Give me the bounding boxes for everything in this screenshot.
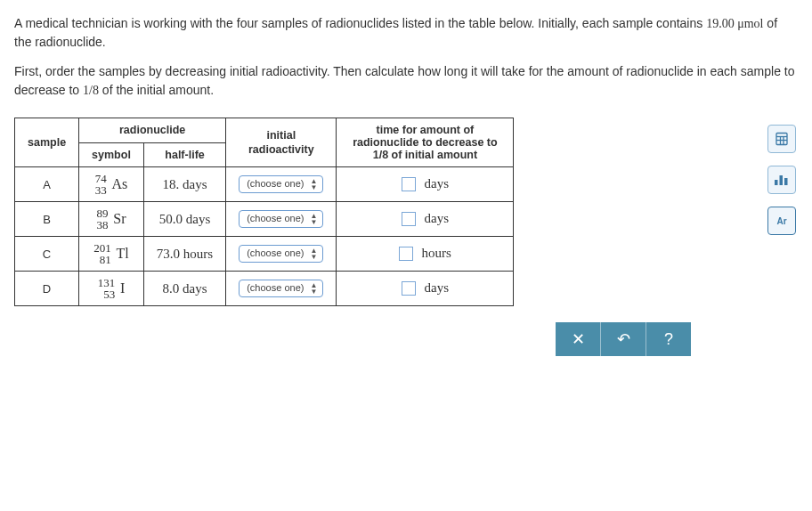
data-table: sample radionuclide initialradioactivity… xyxy=(14,118,514,306)
radioactivity-dropdown[interactable]: (choose one) xyxy=(239,210,323,228)
radioactivity-dropdown[interactable]: (choose one) xyxy=(239,175,323,193)
cell-symbol: 7433 As xyxy=(79,167,144,202)
cell-radioactivity: (choose one) xyxy=(226,167,337,202)
help-button[interactable]: ? xyxy=(646,322,691,356)
table-row: A 7433 As 18. days (choose one) days xyxy=(15,167,514,202)
radioactivity-dropdown[interactable]: (choose one) xyxy=(239,245,323,263)
q-frac: 1/8 xyxy=(83,84,99,97)
cell-sample: C xyxy=(15,237,79,272)
time-unit: hours xyxy=(422,247,451,261)
chevron-updown-icon xyxy=(310,213,317,225)
svg-rect-6 xyxy=(780,175,784,185)
stats-button[interactable] xyxy=(767,166,796,194)
cell-radioactivity: (choose one) xyxy=(226,202,337,237)
chooser-label: (choose one) xyxy=(247,178,304,189)
cell-radioactivity: (choose one) xyxy=(226,272,337,306)
cell-sample: B xyxy=(15,202,79,237)
time-input[interactable] xyxy=(399,247,413,261)
q-amount: 19.00 μmol xyxy=(706,17,763,30)
cell-half-life: 73.0 hours xyxy=(143,237,225,272)
table-row: B 8938 Sr 50.0 days (choose one) days xyxy=(15,202,514,237)
chevron-updown-icon xyxy=(310,247,317,260)
chevron-updown-icon xyxy=(310,178,317,191)
cell-half-life: 8.0 days xyxy=(143,272,225,306)
cell-symbol: 13153 I xyxy=(79,272,144,306)
cell-time: hours xyxy=(337,237,514,272)
close-button[interactable]: ✕ xyxy=(556,322,601,356)
header-time-column: time for amount of radionuclide to decre… xyxy=(337,118,514,167)
calculator-button[interactable] xyxy=(767,125,796,153)
time-unit: days xyxy=(424,212,449,226)
time-unit: days xyxy=(424,177,449,191)
svg-rect-7 xyxy=(784,178,788,185)
cell-symbol: 20181 Tl xyxy=(79,237,144,272)
close-icon: ✕ xyxy=(572,329,585,349)
bar-chart-icon xyxy=(774,173,790,187)
header-time-l1: time for amount of xyxy=(349,124,500,136)
header-time-l3: 1/8 of initial amount xyxy=(349,149,500,161)
time-unit: days xyxy=(424,281,449,296)
svg-rect-0 xyxy=(776,134,787,145)
chooser-label: (choose one) xyxy=(247,247,304,258)
header-time-l2: radionuclide to decrease to xyxy=(349,136,500,149)
radioactivity-dropdown[interactable]: (choose one) xyxy=(239,280,323,297)
chooser-label: (choose one) xyxy=(247,213,304,223)
q-p1-a: A medical technician is working with the… xyxy=(14,16,706,30)
chooser-label: (choose one) xyxy=(247,282,304,293)
cell-half-life: 50.0 days xyxy=(143,202,225,237)
svg-rect-5 xyxy=(775,180,778,185)
header-symbol: symbol xyxy=(79,142,144,167)
table-row: D 13153 I 8.0 days (choose one) days xyxy=(15,272,514,306)
header-sample: sample xyxy=(15,118,79,167)
cell-sample: D xyxy=(15,272,79,306)
time-input[interactable] xyxy=(402,212,416,226)
cell-time: days xyxy=(337,202,514,237)
calculator-icon xyxy=(775,132,789,146)
action-button-group: ✕ ↶ ? xyxy=(556,322,691,356)
undo-icon: ↶ xyxy=(617,329,630,349)
chevron-updown-icon xyxy=(310,282,317,295)
table-row: C 20181 Tl 73.0 hours (choose one) hours xyxy=(15,237,514,272)
cell-time: days xyxy=(337,167,514,202)
header-radionuclide: radionuclide xyxy=(79,118,226,143)
q-p2-b: of the initial amount. xyxy=(102,83,214,97)
cell-time: days xyxy=(337,272,514,306)
side-tools: Ar xyxy=(767,125,796,235)
header-half-life: half-life xyxy=(143,142,225,167)
question-text: A medical technician is working with the… xyxy=(14,14,798,100)
cell-sample: A xyxy=(15,167,79,202)
periodic-table-icon: Ar xyxy=(776,216,786,226)
action-bar: ✕ ↶ ? xyxy=(14,322,691,356)
cell-half-life: 18. days xyxy=(143,167,225,202)
cell-radioactivity: (choose one) xyxy=(226,237,337,272)
cell-symbol: 8938 Sr xyxy=(79,202,144,237)
time-input[interactable] xyxy=(402,177,416,191)
time-input[interactable] xyxy=(402,281,416,296)
header-initial-radioactivity: initialradioactivity xyxy=(226,118,337,167)
undo-button[interactable]: ↶ xyxy=(601,322,646,356)
help-icon: ? xyxy=(664,330,673,349)
periodic-table-button[interactable]: Ar xyxy=(767,207,796,235)
